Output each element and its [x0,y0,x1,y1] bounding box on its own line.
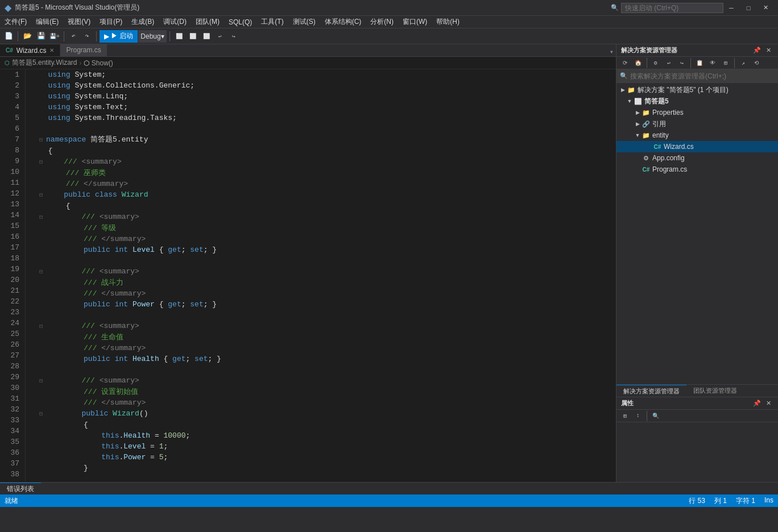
program-cs-node[interactable]: C# Program.cs [616,164,778,175]
minimize-button[interactable]: ─ [723,2,739,14]
status-mode: Ins [764,496,773,506]
menu-bar: 文件(F)编辑(E)视图(V)项目(P)生成(B)调试(D)团队(M)SQL(Q… [0,16,778,28]
se-toolbar-btn5[interactable]: ↪ [676,57,688,69]
se-preview-button[interactable]: ↗ [737,57,750,69]
se-toolbar-btn3[interactable]: ⚙ [649,57,662,69]
menu-item-w[interactable]: 窗口(W) [398,16,432,28]
toolbar-btn-1[interactable]: ⬜ [173,30,185,43]
code-line-23 [39,310,610,321]
references-node[interactable]: ▶ 🔗 引用 [616,118,778,130]
wizard-cs-node[interactable]: C# Wizard.cs [616,141,778,152]
menu-item-h[interactable]: 帮助(H) [432,16,464,28]
tab-program-cs[interactable]: Program.cs [60,44,107,56]
menu-item-n[interactable]: 分析(N) [366,16,398,28]
breadcrumb-class[interactable]: 简答题5.entity.Wizard [12,58,77,68]
code-line-5: using System.Threading.Tasks; [39,113,610,123]
prop-search-btn[interactable]: 🔍 [649,410,662,422]
solution-root[interactable]: ▶ 📁 解决方案 "简答题5" (1 个项目) [616,84,778,95]
toolbar-btn-2[interactable]: ⬜ [187,30,199,43]
line-number-32: 32 [3,404,19,415]
editor-dropdown-icon[interactable]: ▾ [610,48,614,56]
se-toolbar-btn6[interactable]: 📋 [693,57,706,69]
line-number-16: 16 [3,231,19,242]
menu-item-s[interactable]: 测试(S) [288,16,320,28]
entity-folder-node[interactable]: ▼ 📁 entity [616,130,778,141]
menu-item-t[interactable]: 工具(T) [256,16,288,28]
prop-pin-button[interactable]: 📌 [752,398,762,409]
code-editor[interactable]: 1234567891011121314151617181920212223242… [0,69,616,482]
program-cs-label: Program.cs [652,165,687,173]
prop-grid-btn[interactable]: ⊞ [619,410,631,422]
quick-launch-input[interactable] [621,3,723,13]
line-number-3: 3 [3,91,19,102]
toolbar-btn-4[interactable]: ↩ [214,30,226,43]
se-show-all-button[interactable]: 👁 [706,57,719,69]
prop-close-button[interactable]: ✕ [763,398,773,409]
code-line-19: ⊟ /// <summary> [39,266,610,277]
save-all-button[interactable]: 💾+ [48,30,61,43]
line-number-38: 38 [3,469,19,480]
close-button[interactable]: ✕ [758,2,773,14]
menu-item-p[interactable]: 项目(P) [95,16,127,28]
redo-button[interactable]: ↷ [81,30,93,43]
entity-label: entity [652,131,669,139]
line-number-8: 8 [3,145,19,156]
se-toolbar-btn4[interactable]: ↩ [663,57,675,69]
menu-item-sqlq[interactable]: SQL(Q) [224,16,256,28]
menu-item-b[interactable]: 生成(B) [127,16,159,28]
se-close-button[interactable]: ✕ [763,45,773,56]
tab-wizard-cs[interactable]: C# Wizard.cs ✕ [0,44,60,56]
se-sync-button[interactable]: ⟲ [750,57,763,69]
tab-wizard-label: Wizard.cs [16,47,47,55]
tab-error-list[interactable]: 错误列表 [0,483,41,495]
prop-sort-btn[interactable]: ↕ [632,410,644,422]
open-button[interactable]: 📂 [21,30,34,43]
code-line-33: { [39,419,610,430]
se-sep1 [647,58,647,68]
collapse-icon-29[interactable]: ⊟ [39,378,46,384]
collapse-icon-24[interactable]: ⊟ [39,323,46,330]
collapse-icon-9[interactable]: ⊟ [39,159,46,165]
debug-mode-dropdown[interactable]: Debug ▾ [138,30,166,43]
properties-title: 属性 [621,399,634,408]
pin-button[interactable]: 📌 [752,45,762,56]
code-line-3: using System.Linq; [39,91,610,102]
properties-node[interactable]: ▶ 📁 Properties [616,107,778,118]
maximize-button[interactable]: □ [740,2,756,14]
code-line-4: using System.Text; [39,102,610,113]
undo-button[interactable]: ↶ [67,30,80,43]
collapse-icon-12[interactable]: ⊟ [39,192,46,198]
save-button[interactable]: 💾 [35,30,47,43]
menu-item-c[interactable]: 体系结构(C) [320,16,366,28]
line-number-21: 21 [3,285,19,296]
breadcrumb-method[interactable]: ⬡ Show() [84,59,113,67]
project-node[interactable]: ▼ ⬜ 简答题5 [616,95,778,107]
menu-item-m[interactable]: 团队(M) [191,16,224,28]
collapse-icon-32[interactable]: ⊟ [39,411,46,417]
solution-explorer-header: 解决方案资源管理器 📌 ✕ [616,44,778,57]
collapse-icon-19[interactable]: ⊟ [39,269,46,275]
menu-item-d[interactable]: 调试(D) [159,16,191,28]
menu-item-e[interactable]: 编辑(E) [31,16,63,28]
editor-area: C# Wizard.cs ✕ Program.cs ▾ ⬡ 简答题5.entit… [0,44,616,482]
se-toolbar-btn1[interactable]: ⟳ [619,57,631,69]
tab-wizard-close[interactable]: ✕ [49,47,54,53]
tab-team-explorer[interactable]: 团队资源管理器 [686,385,744,397]
new-project-button[interactable]: 📄 [2,30,15,43]
collapse-icon-14[interactable]: ⊟ [39,214,46,221]
se-toolbar-btn2[interactable]: 🏠 [632,57,644,69]
tab-solution-explorer[interactable]: 解决方案资源管理器 [616,385,686,397]
collapse-icon-7[interactable]: ⊟ [39,137,46,143]
menu-item-f[interactable]: 文件(F) [0,16,31,28]
toolbar-btn-5[interactable]: ↪ [227,30,240,43]
se-search-input[interactable] [630,72,775,80]
toolbar-btn-3[interactable]: ⬜ [200,30,213,43]
code-line-30: /// 设置初始值 [39,386,610,397]
code-content[interactable]: using System; using System.Collections.G… [34,69,616,482]
line-number-29: 29 [3,372,19,383]
menu-item-v[interactable]: 视图(V) [63,16,95,28]
references-icon: 🔗 [642,120,651,128]
se-filter-button[interactable]: ⊞ [719,57,732,69]
start-debug-button[interactable]: ▶ ▶ 启动 [100,30,138,43]
app-config-node[interactable]: ⚙ App.config [616,152,778,164]
